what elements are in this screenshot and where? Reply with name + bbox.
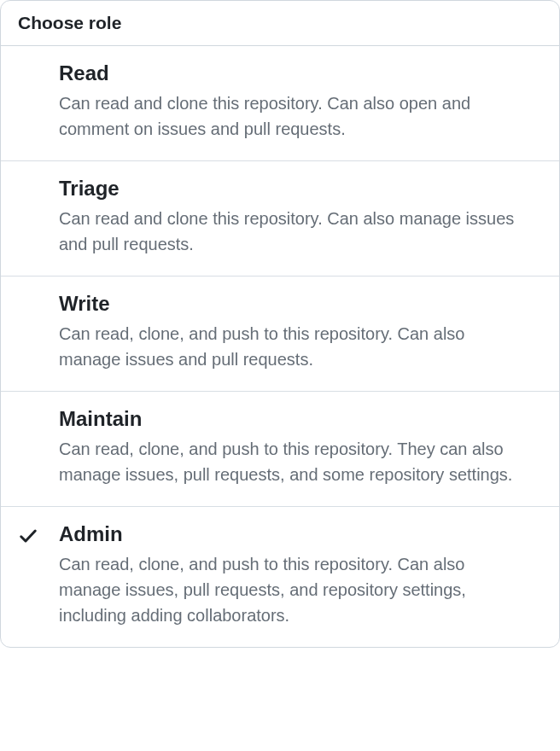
role-option-write[interactable]: Write Can read, clone, and push to this … — [1, 277, 559, 392]
check-icon — [18, 526, 38, 546]
check-column — [18, 407, 59, 487]
role-title: Read — [59, 61, 525, 85]
role-option-read[interactable]: Read Can read and clone this repository.… — [1, 46, 559, 161]
role-description: Can read, clone, and push to this reposi… — [59, 321, 525, 372]
role-option-maintain[interactable]: Maintain Can read, clone, and push to th… — [1, 392, 559, 507]
role-title: Maintain — [59, 407, 525, 431]
dropdown-title: Choose role — [18, 13, 542, 33]
check-column — [18, 177, 59, 257]
role-title: Admin — [59, 522, 525, 546]
role-option-triage[interactable]: Triage Can read and clone this repositor… — [1, 161, 559, 277]
dropdown-header: Choose role — [1, 1, 559, 46]
role-option-admin[interactable]: Admin Can read, clone, and push to this … — [1, 507, 559, 647]
role-title: Write — [59, 292, 525, 316]
check-column — [18, 292, 59, 372]
role-content: Read Can read and clone this repository.… — [59, 61, 542, 142]
role-content: Triage Can read and clone this repositor… — [59, 177, 542, 257]
role-dropdown: Choose role Read Can read and clone this… — [0, 0, 560, 648]
role-title: Triage — [59, 177, 525, 201]
role-content: Maintain Can read, clone, and push to th… — [59, 407, 542, 487]
role-description: Can read, clone, and push to this reposi… — [59, 551, 525, 628]
role-description: Can read and clone this repository. Can … — [59, 206, 525, 257]
role-content: Admin Can read, clone, and push to this … — [59, 522, 542, 628]
role-content: Write Can read, clone, and push to this … — [59, 292, 542, 372]
check-column — [18, 61, 59, 142]
check-column — [18, 522, 59, 628]
role-description: Can read, clone, and push to this reposi… — [59, 436, 525, 487]
role-description: Can read and clone this repository. Can … — [59, 90, 525, 142]
